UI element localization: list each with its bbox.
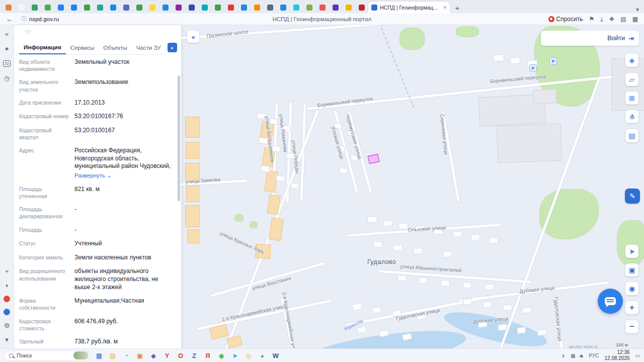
sidebar-icon-bottom-4[interactable]: ⚙ bbox=[4, 322, 10, 329]
taskbar-app-3[interactable]: ▣ bbox=[135, 350, 145, 360]
navbar-icon-1[interactable]: ⤓ bbox=[600, 16, 603, 23]
pinned-tab[interactable] bbox=[172, 2, 185, 13]
language-indicator[interactable]: РУС bbox=[589, 353, 599, 358]
sidebar-icon-top-0[interactable]: « bbox=[5, 30, 9, 38]
field-value: 53:20:0100167 bbox=[74, 127, 115, 141]
pinned-tab[interactable] bbox=[146, 2, 158, 13]
pinned-tab[interactable] bbox=[80, 2, 93, 13]
panel-tab-2[interactable]: Объекты bbox=[99, 41, 131, 54]
tray-icon-0[interactable]: ▦ bbox=[571, 353, 575, 358]
navbar-icon-3[interactable]: ▤ bbox=[620, 16, 626, 23]
tabs-overflow-button[interactable]: ▸ bbox=[168, 43, 177, 52]
panel-collapse-button[interactable]: « bbox=[187, 31, 199, 43]
sidebar-icon-bottom-0[interactable]: + bbox=[5, 267, 9, 275]
pinned-tab[interactable] bbox=[159, 2, 172, 13]
pinned-tab[interactable] bbox=[251, 2, 263, 13]
back-button[interactable]: ← bbox=[6, 15, 13, 23]
sidebar-icon-top-3[interactable]: ◷ bbox=[4, 74, 10, 82]
panel-tab-3[interactable]: Части ЗУ bbox=[132, 41, 165, 54]
ruler-button[interactable]: ▱ bbox=[625, 73, 638, 86]
browser-navbar: ← ⓘ nspd.gov.ru НСПД | Геоинформационный… bbox=[0, 13, 644, 25]
sidebar-icon-top-2[interactable]: 32 bbox=[3, 60, 11, 67]
new-tab-button[interactable]: + bbox=[452, 2, 463, 13]
sidebar-icon-bottom-5[interactable]: ▾ bbox=[5, 336, 9, 343]
login-button[interactable]: Войти ⇥ bbox=[541, 31, 639, 46]
pinned-tab[interactable] bbox=[67, 2, 80, 13]
tabstrip-menu-icon[interactable]: ▾ bbox=[636, 6, 639, 13]
feedback-button[interactable]: ✎ bbox=[625, 189, 640, 204]
pinned-tab[interactable] bbox=[54, 2, 67, 13]
pinned-tab[interactable] bbox=[290, 2, 302, 13]
panel-tab-0[interactable]: Информация bbox=[19, 41, 66, 54]
taskbar-search[interactable]: Поиск bbox=[4, 350, 91, 361]
taskbar-app-6[interactable]: O bbox=[176, 350, 186, 360]
pinned-tab[interactable] bbox=[185, 2, 198, 13]
pinned-tab[interactable] bbox=[198, 2, 211, 13]
navbar-icon-2[interactable]: ❖ bbox=[609, 16, 615, 23]
chat-button[interactable] bbox=[598, 289, 623, 314]
print-button[interactable]: ▤ bbox=[625, 129, 638, 142]
pinned-tab[interactable] bbox=[264, 2, 276, 13]
pinned-tab[interactable] bbox=[120, 2, 132, 13]
address-bar[interactable]: ⓘ nspd.gov.ru bbox=[21, 15, 59, 23]
selected-parcel[interactable] bbox=[368, 154, 380, 164]
taskbar-app-13[interactable]: W bbox=[271, 350, 281, 360]
browser-active-tab[interactable]: НСПД | Геоинформац… × bbox=[368, 2, 450, 13]
sidebar-icon-bottom-3[interactable] bbox=[4, 309, 10, 315]
taskbar-app-9[interactable]: ◉ bbox=[216, 350, 226, 360]
pinned-tab[interactable] bbox=[133, 2, 145, 13]
zoom-out-button[interactable]: − bbox=[625, 320, 638, 333]
zoom-in-button[interactable]: + bbox=[625, 301, 638, 314]
pinned-tab[interactable] bbox=[224, 2, 237, 13]
panel-scrollbar[interactable] bbox=[178, 75, 180, 201]
pinned-tab[interactable] bbox=[303, 2, 315, 13]
pinned-tab[interactable] bbox=[2, 2, 15, 13]
share-button[interactable]: ⋔ bbox=[625, 110, 638, 123]
pinned-tab[interactable] bbox=[329, 2, 342, 13]
pinned-tab[interactable] bbox=[94, 2, 106, 13]
pinned-tab[interactable] bbox=[211, 2, 224, 13]
map-canvas[interactable]: РРГрузинское шоссеБорнвильский переулокБ… bbox=[181, 25, 644, 348]
pinned-tab[interactable] bbox=[355, 2, 368, 13]
pinned-tab[interactable] bbox=[41, 2, 54, 13]
pinned-tab[interactable] bbox=[107, 2, 119, 13]
expand-link[interactable]: Развернуть ⌄ bbox=[74, 172, 173, 179]
taskbar-app-5[interactable]: Y bbox=[162, 350, 172, 360]
taskbar: Поиск ▦▤◔▣◆YOZЯ◉➤◎◕W ∧ ▦◈ РУС 12:36 12.0… bbox=[0, 348, 644, 362]
sidebar-icon-bottom-1[interactable]: ◖ bbox=[5, 282, 9, 289]
taskbar-app-1[interactable]: ▤ bbox=[108, 350, 118, 360]
pinned-tab[interactable] bbox=[237, 2, 250, 13]
taskbar-app-11[interactable]: ◎ bbox=[244, 350, 254, 360]
taskbar-app-4[interactable]: ◆ bbox=[148, 350, 158, 360]
pinned-tab[interactable] bbox=[277, 2, 289, 13]
pinned-tab[interactable] bbox=[28, 2, 41, 13]
pinned-tab[interactable] bbox=[316, 2, 329, 13]
tray-caret-icon[interactable]: ∧ bbox=[561, 353, 565, 358]
pinned-tab[interactable] bbox=[342, 2, 355, 13]
layers-button[interactable]: ◈ bbox=[625, 54, 638, 67]
locate-button[interactable]: ➤ bbox=[625, 245, 638, 258]
taskbar-app-12[interactable]: ◕ bbox=[257, 350, 267, 360]
navbar-icon-0[interactable]: ⚑ bbox=[589, 16, 594, 23]
clock[interactable]: 12:36 12.08.2025 bbox=[604, 349, 629, 361]
taskbar-app-7[interactable]: Z bbox=[189, 350, 199, 360]
measure-button[interactable]: ⊞ bbox=[625, 92, 638, 105]
panel-tab-1[interactable]: Сервисы bbox=[66, 41, 99, 54]
taskbar-app-0[interactable]: ▦ bbox=[94, 350, 104, 360]
taskbar-app-2[interactable]: ◔ bbox=[121, 350, 131, 360]
site-info-icon[interactable]: ⓘ bbox=[21, 15, 27, 23]
taskbar-app-8[interactable]: Я bbox=[203, 350, 213, 360]
sidebar-icon-top-1[interactable]: ✦ bbox=[4, 45, 10, 53]
notification-icon[interactable]: ▭ bbox=[635, 353, 640, 358]
identify-button[interactable]: ◉ bbox=[625, 282, 638, 295]
tray-icon-1[interactable]: ◈ bbox=[580, 353, 584, 358]
favorite-star-icon[interactable]: ☆ bbox=[24, 27, 31, 36]
taskbar-app-10[interactable]: ➤ bbox=[230, 350, 240, 360]
pinned-tab[interactable] bbox=[15, 2, 28, 13]
navbar-icon-4[interactable]: ▦ bbox=[632, 16, 638, 23]
tab-close-icon[interactable]: × bbox=[443, 4, 447, 11]
panorama-button[interactable]: ▣ bbox=[625, 263, 638, 277]
sidebar-icon-bottom-2[interactable] bbox=[4, 296, 10, 302]
ask-alice-button[interactable]: Спросить bbox=[548, 16, 583, 23]
pinned-tab-favicon bbox=[228, 5, 234, 11]
